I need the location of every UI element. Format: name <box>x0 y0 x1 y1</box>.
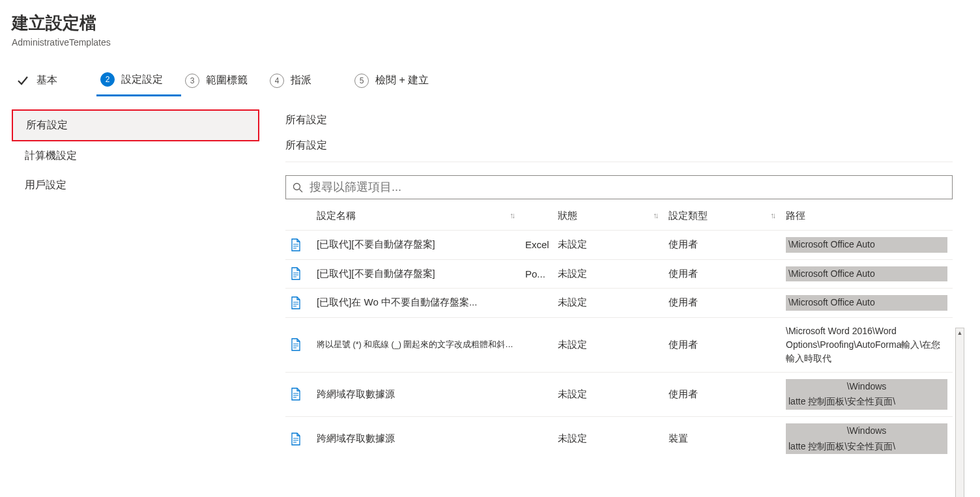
table-row[interactable]: [已取代][不要自動儲存盤案]Excel未設定使用者\Microsoft Off… <box>285 231 953 260</box>
setting-type: 使用者 <box>663 289 781 318</box>
wizard-step[interactable]: 5檢閱 + 建立 <box>351 67 442 96</box>
page-title: 建立設定檔 <box>12 12 968 35</box>
path-cell: \Microsoft Office Auto <box>786 266 947 282</box>
wizard-step[interactable]: 3範圍標籤 <box>181 67 266 96</box>
setting-extra: Excel <box>520 231 553 260</box>
wizard-step[interactable]: 2設定設定 <box>96 66 181 96</box>
setting-state: 未設定 <box>553 231 663 260</box>
path-cell: \Microsoft Word 2016\Word Options\Proofi… <box>786 326 940 363</box>
setting-type: 使用者 <box>663 259 781 289</box>
table-header-row: 設定名稱↑↓ 狀態↑↓ 設定類型↑↓ 路徑 <box>285 202 953 231</box>
sort-icon: ↑↓ <box>653 211 657 220</box>
setting-extra <box>520 289 553 318</box>
setting-name: [已取代][不要自動儲存盤案] <box>317 238 435 251</box>
setting-name: [已取代][不要自動儲存盤案] <box>317 268 435 280</box>
setting-state: 未設定 <box>553 416 663 461</box>
scroll-up-icon[interactable]: ▲ <box>956 328 964 337</box>
setting-type: 裝置 <box>663 416 781 461</box>
setting-extra <box>520 372 553 416</box>
sidebar-item[interactable]: 用戶設定 <box>12 171 259 200</box>
scrollbar[interactable]: ▲ <box>955 328 964 497</box>
path-cell: latte 控制面板\安全性頁面\ <box>786 394 947 410</box>
setting-name: 跨網域存取數據源 <box>317 388 395 401</box>
setting-state: 未設定 <box>553 289 663 318</box>
setting-state: 未設定 <box>553 259 663 289</box>
col-header-path[interactable]: 路徑 <box>781 202 953 231</box>
setting-name: 跨網域存取數據源 <box>317 433 395 445</box>
setting-state: 未設定 <box>553 317 663 372</box>
table-row[interactable]: [已取代]在 Wo 中不要自動儲存盤案...未設定使用者\Microsoft O… <box>285 289 953 318</box>
step-number: 4 <box>270 74 284 88</box>
file-icon <box>291 388 301 401</box>
setting-state: 未設定 <box>553 372 663 416</box>
sort-icon: ↑↓ <box>770 211 774 220</box>
step-label: 檢閱 + 建立 <box>375 74 429 87</box>
file-icon <box>291 433 301 446</box>
svg-point-0 <box>294 183 300 190</box>
wizard-step[interactable]: 4指派 <box>266 67 351 96</box>
page-subtitle: AdministrativeTemplates <box>12 37 968 48</box>
path-cell: \Windows <box>786 379 947 395</box>
path-cell: \Microsoft Office Auto <box>786 295 947 311</box>
table-row[interactable]: 跨網域存取數據源未設定使用者\Windowslatte 控制面板\安全性頁面\ <box>285 372 953 416</box>
path-cell: latte 控制面板\安全性頁面\ <box>786 439 947 455</box>
step-label: 設定設定 <box>121 73 163 87</box>
sidebar-item[interactable]: 所有設定 <box>12 109 259 141</box>
setting-type: 使用者 <box>663 317 781 372</box>
search-icon <box>293 182 303 193</box>
setting-type: 使用者 <box>663 231 781 260</box>
col-header-name[interactable]: 設定名稱↑↓ <box>311 202 520 231</box>
wizard-step[interactable]: 基本 <box>12 67 96 96</box>
col-header-type[interactable]: 設定類型↑↓ <box>663 202 781 231</box>
svg-line-1 <box>300 189 303 192</box>
step-label: 指派 <box>291 74 311 87</box>
setting-name: [已取代]在 Wo 中不要自動儲存盤案... <box>317 296 477 309</box>
step-label: 基本 <box>36 74 57 87</box>
section-heading: 所有設定 <box>285 139 953 152</box>
step-number: 2 <box>100 72 115 87</box>
settings-tree: 所有設定計算機設定用戶設定 <box>12 109 259 461</box>
setting-extra: Po... <box>520 259 553 289</box>
search-input[interactable] <box>308 180 945 195</box>
table-row[interactable]: [已取代][不要自動儲存盤案]Po...未設定使用者\Microsoft Off… <box>285 259 953 289</box>
step-label: 範圍標籤 <box>206 74 248 87</box>
breadcrumb: 所有設定 <box>285 113 953 127</box>
col-header-state[interactable]: 狀態↑↓ <box>553 202 663 231</box>
settings-table: 設定名稱↑↓ 狀態↑↓ 設定類型↑↓ 路徑 [已取代][不要自動儲存盤案]Exc… <box>285 202 953 461</box>
check-icon <box>16 74 30 88</box>
search-box[interactable] <box>285 175 953 199</box>
step-number: 3 <box>185 74 199 88</box>
table-row[interactable]: 將以星號 (*) 和底線 (_) 圍起來的文字改成粗體和斜體的格式未設定使用者\… <box>285 317 953 372</box>
step-number: 5 <box>354 74 369 88</box>
file-icon <box>291 296 301 309</box>
setting-name: 將以星號 (*) 和底線 (_) 圍起來的文字改成粗體和斜體的格式 <box>317 339 515 350</box>
path-cell: \Microsoft Office Auto <box>786 237 947 253</box>
setting-extra <box>520 416 553 461</box>
file-icon <box>291 238 301 251</box>
setting-extra <box>520 317 553 372</box>
wizard-steps: 基本2設定設定3範圍標籤4指派5檢閱 + 建立 <box>12 66 968 96</box>
setting-type: 使用者 <box>663 372 781 416</box>
sort-icon: ↑↓ <box>510 211 513 220</box>
file-icon <box>291 338 301 351</box>
file-icon <box>291 267 301 280</box>
sidebar-item[interactable]: 計算機設定 <box>12 141 259 171</box>
path-cell: \Windows <box>786 423 947 439</box>
table-row[interactable]: 跨網域存取數據源未設定裝置\Windowslatte 控制面板\安全性頁面\ <box>285 416 953 461</box>
